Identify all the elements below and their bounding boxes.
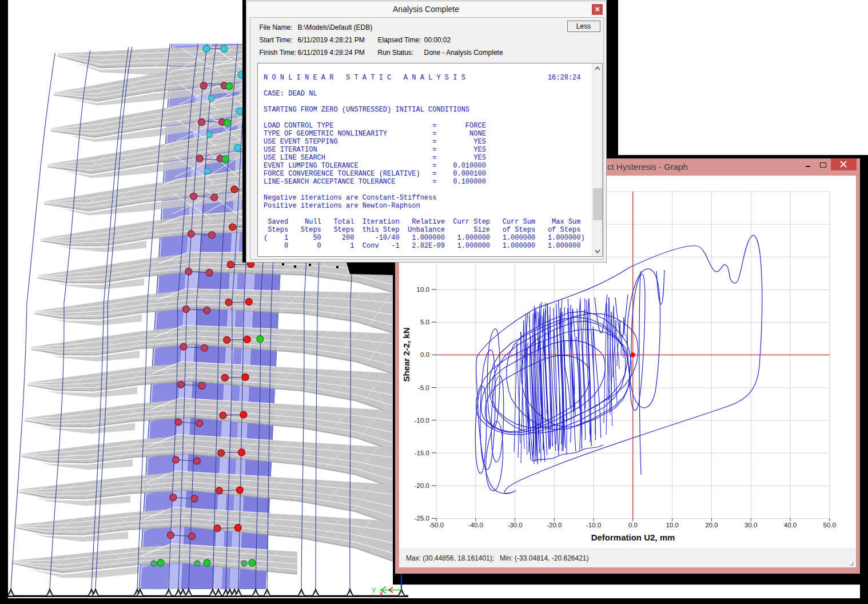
svg-text:10.0: 10.0 xyxy=(666,522,679,528)
svg-text:-5.0: -5.0 xyxy=(418,384,429,391)
svg-text:Shear 2-2, kN: Shear 2-2, kN xyxy=(401,327,411,382)
svg-text:10.0: 10.0 xyxy=(417,286,429,293)
svg-text:-25.0: -25.0 xyxy=(415,515,429,522)
svg-text:0.0: 0.0 xyxy=(628,522,638,528)
svg-text:X: X xyxy=(379,590,384,597)
svg-text:50.0: 50.0 xyxy=(823,522,836,528)
svg-text:-30.0: -30.0 xyxy=(507,522,522,528)
svg-text:20.0: 20.0 xyxy=(705,522,718,528)
svg-text:-50.0: -50.0 xyxy=(429,522,444,528)
svg-text:-15.0: -15.0 xyxy=(415,450,429,456)
svg-text:-10.0: -10.0 xyxy=(415,417,429,424)
svg-text:-20.0: -20.0 xyxy=(547,522,562,528)
svg-text:-40.0: -40.0 xyxy=(468,522,483,528)
svg-text:-20.0: -20.0 xyxy=(415,482,429,489)
svg-text:Deformation U2, mm: Deformation U2, mm xyxy=(591,533,675,542)
svg-text:30.0: 30.0 xyxy=(744,522,757,528)
svg-text:Y: Y xyxy=(372,587,376,595)
svg-text:-10.0: -10.0 xyxy=(586,522,601,528)
svg-text:0.0: 0.0 xyxy=(420,351,429,358)
svg-text:5.0: 5.0 xyxy=(420,319,429,325)
svg-text:40.0: 40.0 xyxy=(784,522,797,528)
